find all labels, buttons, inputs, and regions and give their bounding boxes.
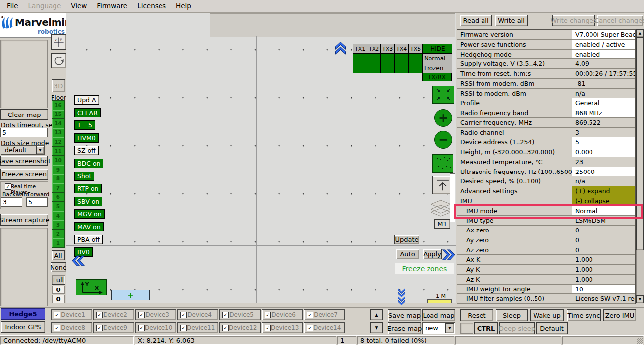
tx-green-cell[interactable] (409, 54, 423, 63)
parameter-value[interactable]: 5 (572, 137, 635, 147)
tx-header-cell[interactable]: TX2 (367, 44, 381, 54)
parameter-row[interactable]: IMU type LSM6DSM (457, 216, 635, 226)
write-all-button[interactable]: Write all (495, 15, 528, 26)
device-button[interactable]: Device11 (177, 322, 218, 333)
device-button[interactable]: Device1 (51, 309, 92, 320)
parameter-value[interactable]: 4.09 (572, 59, 635, 69)
default-button[interactable]: Default (536, 322, 568, 334)
parameter-row[interactable]: RSSI to modem, dBm n/a (457, 89, 635, 99)
menu-item[interactable]: File (2, 0, 23, 12)
parameter-value[interactable]: 23 (572, 157, 635, 167)
parameter-value[interactable]: 00:00:26 / 17:57:55 / ( (572, 69, 635, 79)
device-button[interactable]: Device10 (135, 322, 176, 333)
parameter-row[interactable]: Hedgehog mode enabled (457, 50, 635, 59)
map-command-button[interactable]: MAV on (74, 222, 104, 231)
cancel-changes-button[interactable]: Cancel changes (597, 15, 643, 26)
pan-left-button[interactable] (71, 255, 85, 267)
menu-item[interactable]: Licenses (132, 0, 171, 12)
zero-imu-button[interactable]: Zero IMU (603, 309, 636, 321)
tx-frozen-cell[interactable]: Frozen (423, 63, 452, 73)
parameter-row[interactable]: Height, m (-320.000..320.000) 0.000 (457, 147, 635, 157)
tx-green-cell[interactable] (367, 63, 381, 73)
parameter-row[interactable]: RSSI from modem, dBm -81 (457, 79, 635, 89)
tx-header-cell[interactable]: TX1 (353, 44, 367, 54)
device-button[interactable]: Device14 (304, 322, 345, 333)
auto-button[interactable]: Auto (396, 249, 419, 259)
floor-button[interactable]: 10 (52, 156, 65, 165)
device-button[interactable]: Device8 (51, 322, 92, 333)
device-button[interactable]: Device3 (135, 309, 176, 320)
parameter-row[interactable]: Ax zero 0 (457, 226, 635, 235)
save-map-button[interactable]: Save map (388, 309, 421, 321)
parameter-row[interactable]: Advanced settings (+) expand (457, 186, 635, 196)
parameter-row[interactable]: Measured temperature, °C 23 (457, 157, 635, 167)
parameter-row[interactable]: IMU mode Normal (457, 206, 635, 216)
map-command-button[interactable]: T= 5 (74, 120, 95, 130)
floor-button[interactable]: 11 (52, 147, 65, 156)
xy-axes-button[interactable]: Y X (76, 279, 107, 295)
txrx-button[interactable]: TX/RX (422, 73, 452, 81)
parameter-value[interactable]: enabled (572, 50, 635, 59)
parameter-row[interactable]: Ax K 1.000 (457, 255, 635, 265)
deep-sleep-button[interactable]: Deep sleep (499, 322, 535, 334)
floor-button[interactable]: 7 (52, 183, 65, 193)
parameter-value[interactable]: 868 MHz (572, 108, 635, 118)
parameter-value[interactable]: 1.000 (572, 265, 635, 275)
parameter-value[interactable]: LSM6DSM (572, 216, 635, 226)
reset-button[interactable]: Reset (460, 309, 493, 321)
parameter-row[interactable]: Ay zero 0 (457, 235, 635, 245)
device-checkbox[interactable] (96, 325, 103, 331)
parameter-value[interactable]: License SW v7.1 requi (572, 294, 635, 304)
sleep-button[interactable]: Sleep (496, 309, 528, 321)
parameter-value[interactable]: 0 (572, 235, 635, 245)
parameter-row[interactable]: IMU (-) collapse (457, 196, 635, 206)
parameter-value[interactable]: 0.000 (572, 147, 635, 157)
tx-header-cell[interactable]: TX4 (395, 44, 409, 54)
ctrl-button[interactable]: CTRL (474, 322, 498, 334)
device-scroll-down-button[interactable]: ▼ (370, 322, 383, 333)
map-command-button[interactable]: CLEAR (74, 108, 101, 117)
floor-button[interactable]: 14 (52, 119, 65, 128)
parameter-value[interactable]: 869.522 (572, 118, 635, 128)
parameter-value[interactable]: 0 (572, 245, 635, 255)
parameter-row[interactable]: Az zero 0 (457, 245, 635, 255)
menu-item[interactable]: View (66, 0, 92, 12)
device-checkbox[interactable] (265, 325, 271, 331)
map-command-button[interactable]: Shot (74, 172, 94, 181)
wake-up-button[interactable]: Wake up (530, 309, 564, 321)
read-all-button[interactable]: Read all (460, 15, 492, 26)
menu-item[interactable]: Language (23, 0, 66, 12)
dropdown-arrow-icon[interactable]: ▼ (36, 146, 44, 154)
tx-green-cell[interactable] (381, 54, 395, 63)
params-scroll-up[interactable]: ▲ (636, 29, 644, 37)
device-checkbox[interactable] (307, 312, 313, 318)
floor-button[interactable]: 12 (52, 137, 65, 147)
tx-green-cell[interactable] (353, 54, 367, 63)
apply-button[interactable]: Apply (423, 249, 442, 259)
fit-view-button[interactable]: ↘↙↗↖ (432, 86, 454, 104)
parameter-row[interactable]: Ay K 1.000 (457, 265, 635, 275)
update-button[interactable]: Update (394, 235, 419, 244)
parameter-value[interactable]: -81 (572, 79, 635, 89)
parameter-row[interactable]: Power save functions enabled / active (457, 40, 635, 50)
device-checkbox[interactable] (138, 325, 145, 331)
device-button[interactable]: Device5 (219, 309, 261, 320)
stream-capture-button[interactable]: Stream capture (0, 214, 48, 226)
clear-map-button[interactable]: Clear map (0, 109, 48, 120)
floor-button[interactable]: 1 (52, 238, 65, 248)
3d-view-button[interactable]: 3D (52, 79, 65, 92)
time-sync-button[interactable]: Time sync (567, 309, 601, 321)
tx-header-cell[interactable]: TX3 (381, 44, 395, 54)
floor-button[interactable]: 16 (52, 101, 65, 110)
map-command-button[interactable]: BDC on (74, 159, 103, 168)
parameter-value[interactable]: n/a (572, 89, 635, 99)
freeze-screen-button[interactable]: Freeze screen (0, 169, 48, 180)
map-command-button[interactable]: HVM0 (74, 133, 99, 143)
map-command-button[interactable]: SBV on (74, 197, 102, 206)
parameter-row[interactable]: Az K 1.000 (457, 275, 635, 285)
show-dots-button[interactable] (432, 154, 453, 172)
map-command-button[interactable]: MGV on (74, 209, 105, 219)
backward-input[interactable] (1, 197, 22, 207)
floor-button[interactable]: 15 (52, 110, 65, 119)
dots-timeout-input[interactable] (0, 128, 48, 137)
